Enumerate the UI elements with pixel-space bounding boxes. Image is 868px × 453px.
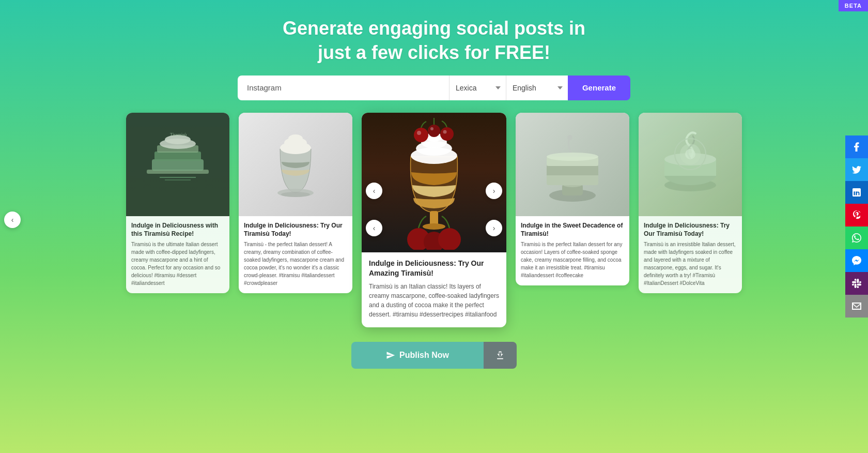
svg-rect-2	[154, 152, 201, 161]
whatsapp-share-button[interactable]	[845, 226, 868, 249]
pinterest-share-button[interactable]	[845, 204, 868, 226]
hero-section: Generate engaging social posts in just a…	[0, 0, 868, 113]
svg-point-11	[288, 134, 303, 143]
carousel-prev-button[interactable]: ‹	[4, 212, 21, 228]
svg-point-25	[428, 125, 440, 137]
download-button[interactable]	[484, 342, 517, 369]
svg-point-27	[443, 130, 447, 133]
twitter-share-button[interactable]	[845, 158, 868, 181]
card-5: Indulge in Deliciousness: Try Our Tirami…	[639, 113, 742, 294]
slack-share-button[interactable]	[845, 272, 868, 295]
card-1-title: Indulge in Deliciousness with this Tiram…	[126, 216, 229, 241]
card-4-image	[516, 113, 629, 216]
svg-point-16	[438, 228, 461, 250]
card-5-body: Tiramisù is an irresistible Italian dess…	[639, 240, 742, 293]
card-1-body: Tiramisù is the ultimate Italian dessert…	[126, 240, 229, 293]
social-sidebar	[845, 135, 868, 318]
card-1: Tiramisù Indulge in Deliciousness with t…	[126, 113, 229, 294]
svg-rect-35	[547, 175, 598, 185]
featured-body-prev-button[interactable]: ‹	[366, 220, 382, 236]
featured-next-button[interactable]: ›	[486, 183, 502, 199]
svg-point-18	[423, 223, 445, 230]
svg-point-13	[281, 192, 310, 197]
svg-point-37	[547, 153, 598, 161]
card-5-title: Indulge in Deliciousness: Try Our Tirami…	[639, 216, 742, 241]
action-bar: Publish Now	[351, 342, 517, 369]
svg-rect-1	[152, 159, 204, 171]
card-3-featured: ‹ › ‹ ›	[362, 113, 506, 327]
generate-button[interactable]: Generate	[568, 76, 630, 100]
carousel-track: Tiramisù Indulge in Deliciousness with t…	[0, 113, 868, 327]
card-3-image	[362, 113, 506, 252]
featured-prev-button[interactable]: ‹	[366, 183, 382, 199]
facebook-share-button[interactable]	[845, 135, 868, 158]
language-select[interactable]: English Spanish French German Italian	[506, 76, 568, 100]
card-2-image	[239, 113, 352, 216]
linkedin-share-button[interactable]	[845, 181, 868, 204]
search-bar: Lexica DALL-E Midjourney English Spanish…	[238, 76, 630, 100]
svg-point-24	[440, 127, 454, 141]
svg-point-36	[567, 135, 572, 140]
card-3-body: Tiramisù is an Italian classic! Its laye…	[362, 282, 506, 327]
card-1-image: Tiramisù	[126, 113, 229, 216]
svg-point-44	[685, 149, 695, 159]
hero-headline: Generate engaging social posts in just a…	[10, 17, 858, 65]
topic-input[interactable]	[238, 76, 449, 100]
email-share-button[interactable]	[845, 295, 868, 318]
publish-icon	[386, 351, 395, 360]
card-4-title: Indulge in the Sweet Decadence of Tirami…	[516, 216, 629, 241]
download-icon	[495, 350, 505, 360]
beta-badge: BETA	[839, 0, 868, 11]
card-4-body: Tiramisù is the perfect Italian dessert …	[516, 240, 629, 285]
svg-rect-34	[547, 166, 598, 175]
featured-body-next-button[interactable]: ›	[486, 220, 502, 236]
card-3-title: Indulge in Deliciousness: Try Our Amazin…	[362, 252, 506, 282]
card-2-title: Indulge in Deliciousness: Try Our Tirami…	[239, 216, 352, 241]
svg-text:Tiramisù: Tiramisù	[170, 132, 187, 137]
card-2-body: Tiramisù - the perfect Italian dessert! …	[239, 240, 352, 293]
publish-now-button[interactable]: Publish Now	[351, 342, 484, 369]
svg-point-26	[417, 131, 421, 135]
image-tool-select[interactable]: Lexica DALL-E Midjourney	[449, 76, 506, 100]
svg-point-28	[430, 127, 433, 130]
svg-point-23	[414, 128, 428, 142]
card-2: Indulge in Deliciousness: Try Our Tirami…	[239, 113, 352, 294]
card-4: Indulge in the Sweet Decadence of Tirami…	[516, 113, 629, 286]
card-5-image	[639, 113, 742, 216]
messenger-share-button[interactable]	[845, 249, 868, 272]
carousel: ‹ › Tiramisù Indulge in D	[0, 113, 868, 327]
